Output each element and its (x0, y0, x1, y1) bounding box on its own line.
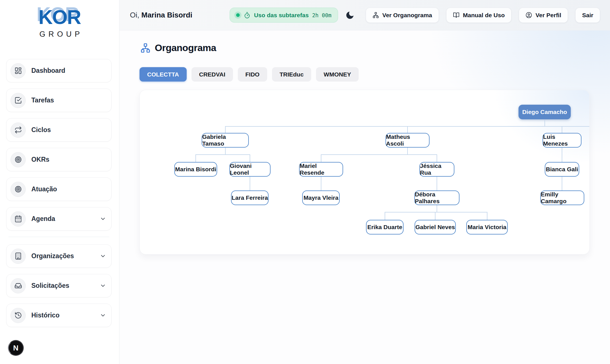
org-connector (437, 177, 437, 190)
tasks-check-icon (10, 93, 26, 108)
org-connector (487, 212, 487, 220)
org-connector (196, 154, 250, 155)
tab-wmoney[interactable]: WMONEY (316, 67, 359, 82)
org-connector (385, 212, 487, 212)
sidebar: KOR KOR GROUP DashboardTarefasCiclosOKRs… (0, 0, 119, 364)
org-connector (225, 148, 226, 154)
company-tabs: COLECTTACREDVAIFIDOTRIEducWMONEY (140, 67, 359, 82)
org-node-giovani-leonel[interactable]: Giovani Leonel (229, 162, 271, 177)
sidebar-item-agenda[interactable]: Agenda (6, 207, 112, 231)
okrs-target-icon (10, 152, 26, 167)
calendar-icon (10, 211, 26, 227)
history-clock-icon (10, 308, 26, 323)
org-connector (407, 126, 408, 133)
org-connector (385, 212, 385, 220)
org-node-luis-menezes[interactable]: Luis Menezes (543, 133, 581, 148)
org-node-erika-duarte[interactable]: Erika Duarte (366, 220, 404, 234)
org-node-bianca-gali[interactable]: Bianca Gali (545, 162, 579, 177)
button-label: Ver Organograma (382, 12, 432, 19)
sidebar-item-label: Organizações (31, 252, 74, 260)
sidebar-item-label: Histórico (31, 312, 60, 319)
org-connector (437, 154, 437, 162)
org-node-gabriela-tamaso[interactable]: Gabriela Tamaso (202, 133, 249, 148)
page-title-row: Organograma (140, 42, 216, 53)
org-node-mariel-resende[interactable]: Mariel Resende (299, 162, 343, 177)
user-profile-icon (526, 12, 532, 18)
header-buttons: Ver OrganogramaManual de UsoVer PerfilSa… (366, 8, 600, 23)
subtask-usage-badge[interactable]: Uso das subtarefas 2h 00m (230, 8, 338, 23)
logo-subtext: GROUP (0, 30, 119, 39)
sidebar-item-historico[interactable]: Histórico (6, 304, 112, 327)
tab-trieduc[interactable]: TRIEduc (272, 67, 311, 82)
org-chart-card: Diego CamachoGabriela TamasoMarina Bisor… (140, 90, 590, 255)
button-label: Manual de Uso (463, 12, 505, 19)
org-node-mayra-vleira[interactable]: Mayra Vleira (302, 190, 340, 205)
sidebar-item-dashboard[interactable]: Dashboard (6, 59, 112, 82)
chevron-down-icon (100, 282, 106, 289)
page-title: Organograma (155, 42, 216, 53)
org-connector (225, 126, 226, 133)
org-connector (562, 177, 562, 190)
sidebar-item-okrs[interactable]: OKRs (6, 148, 112, 171)
tab-colectta[interactable]: COLECTTA (140, 67, 187, 82)
chevron-down-icon (100, 216, 106, 222)
topbar: Oi, Marina Bisordi Uso das subtarefas 2h… (119, 0, 610, 30)
chevron-down-icon (100, 312, 106, 319)
requests-inbox-icon (10, 278, 26, 293)
sidebar-item-organizacoes[interactable]: Organizações (6, 244, 112, 268)
logo-text: KOR KOR (38, 7, 81, 27)
button-label: Ver Perfil (535, 12, 561, 19)
manual-de-uso-button[interactable]: Manual de Uso (446, 8, 511, 23)
org-node-emilly-camargo[interactable]: Emilly Camargo (540, 190, 584, 205)
tab-fido[interactable]: FIDO (238, 67, 267, 82)
sidebar-nav: DashboardTarefasCiclosOKRsAtuaçãoAgendaO… (6, 59, 112, 333)
org-node-diego-camacho[interactable]: Diego Camacho (518, 105, 571, 119)
org-node-maria-victoria[interactable]: Maria Victoria (466, 220, 508, 234)
org-node-jessica-rua[interactable]: Jéssica Rua (419, 162, 454, 177)
chevron-down-icon (100, 253, 106, 259)
sidebar-item-label: Atuação (31, 185, 57, 193)
dark-mode-toggle[interactable] (345, 10, 355, 20)
sidebar-divider (8, 237, 109, 237)
org-connector (321, 177, 321, 190)
org-node-gabriel-neves[interactable]: Gabriel Neves (415, 220, 456, 234)
org-connector (250, 177, 250, 190)
sidebar-item-label: Tarefas (31, 97, 54, 104)
cycles-repeat-icon (10, 122, 26, 138)
sair-button[interactable]: Sair (576, 8, 600, 23)
timer-icon (244, 12, 250, 19)
button-label: Sair (582, 12, 593, 19)
org-connector (321, 154, 437, 155)
dashboard-grid-icon (10, 63, 26, 78)
org-node-debora-palhares[interactable]: Débora Palhares (414, 190, 459, 205)
moon-icon (345, 10, 355, 20)
org-connector (544, 119, 545, 126)
org-node-lara-ferreira[interactable]: Lara Ferreira (231, 190, 269, 205)
sidebar-item-label: Ciclos (31, 126, 51, 134)
org-chart-icon (140, 43, 151, 53)
ver-perfil-button[interactable]: Ver Perfil (519, 8, 568, 23)
sidebar-item-atuacao[interactable]: Atuação (6, 177, 112, 201)
tab-credvai[interactable]: CREDVAI (191, 67, 233, 82)
org-connector (562, 126, 562, 133)
org-node-matheus-ascoli[interactable]: Matheus Ascoli (385, 133, 430, 148)
org-connector (250, 154, 250, 162)
org-connector (562, 148, 562, 162)
org-connector (437, 205, 437, 212)
status-dot-icon (236, 13, 240, 17)
greeting-prefix: Oi, (130, 11, 139, 19)
greeting-user-name: Marina Bisordi (141, 11, 192, 19)
sidebar-item-label: Agenda (31, 215, 55, 223)
org-node-marina-bisordi[interactable]: Marina Bisordi (174, 162, 217, 177)
sidebar-item-ciclos[interactable]: Ciclos (6, 118, 112, 142)
main-area: Oi, Marina Bisordi Uso das subtarefas 2h… (119, 0, 610, 364)
org-connector (321, 154, 321, 162)
sidebar-item-label: Dashboard (31, 67, 65, 74)
dev-tools-badge[interactable]: N (8, 340, 24, 356)
org-connector (407, 148, 408, 154)
ver-organograma-button[interactable]: Ver Organograma (366, 8, 439, 23)
subtask-usage-label: Uso das subtarefas (254, 12, 309, 19)
sidebar-item-tarefas[interactable]: Tarefas (6, 89, 112, 112)
sidebar-item-solicitacoes[interactable]: Solicitações (6, 274, 112, 297)
subtask-usage-time: 2h 00m (312, 12, 332, 18)
